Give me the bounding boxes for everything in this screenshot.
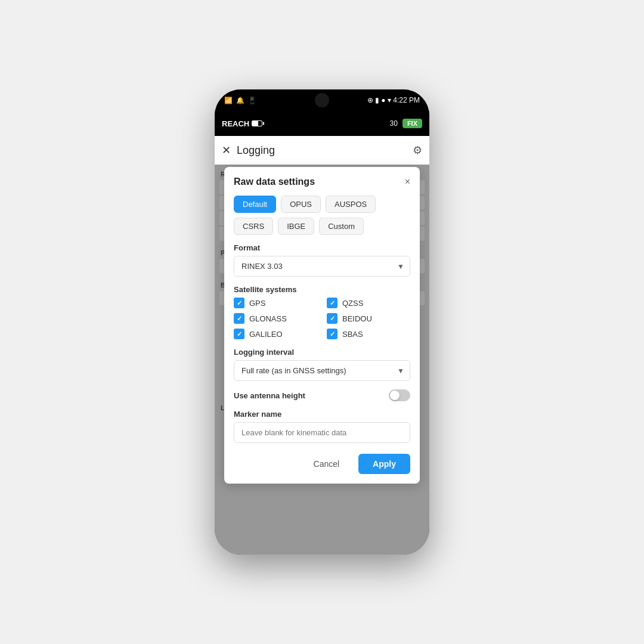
logging-header: ✕ Logging ⚙	[215, 136, 429, 165]
raw-data-settings-modal: Raw data settings × Default OPUS AUSPOS …	[224, 167, 420, 484]
marker-name-input[interactable]	[234, 422, 410, 443]
modal-footer: Cancel Apply	[234, 451, 410, 474]
satellite-systems-section: Satellite systems GPS QZSS GLONASS	[234, 285, 410, 339]
checkbox-qzss[interactable]: QZSS	[327, 298, 410, 308]
format-select-wrapper: RINEX 3.03 RINEX 2.11 UBX RTCM3 ▼	[234, 256, 410, 277]
apply-button[interactable]: Apply	[358, 454, 410, 474]
checkbox-sbas-box[interactable]	[327, 329, 338, 339]
logging-interval-select[interactable]: Full rate (as in GNSS settings) 1 Hz 5 H…	[234, 360, 410, 381]
checkbox-beidou-label: BEIDOU	[342, 314, 372, 323]
logging-close-icon[interactable]: ✕	[222, 144, 231, 157]
preset-default-button[interactable]: Default	[234, 196, 276, 213]
marker-name-section: Marker name	[234, 410, 410, 443]
satellite-icon: 🛰	[376, 118, 385, 129]
preset-opus-button[interactable]: OPUS	[281, 196, 321, 213]
logging-gear-icon[interactable]: ⚙	[413, 144, 422, 157]
checkbox-glonass-box[interactable]	[234, 313, 244, 324]
satellite-systems-label: Satellite systems	[234, 285, 410, 294]
checkbox-gps-box[interactable]	[234, 298, 244, 308]
notif-icon: 📶	[224, 97, 233, 104]
logging-interval-label: Logging interval	[234, 348, 410, 357]
preset-buttons-row: Default OPUS AUSPOS CSRS IBGE Custom	[234, 196, 410, 235]
antenna-height-toggle[interactable]	[389, 389, 410, 401]
status-bar-right: ⊕ ▮ ● ▾ 4:22 PM	[367, 96, 420, 104]
preset-ibge-button[interactable]: IBGE	[278, 218, 314, 235]
marker-name-label: Marker name	[234, 410, 410, 419]
app-bar: REACH 🛰 30 FIX	[215, 111, 429, 136]
phone-shell: 📶 🔔 📱 ⊕ ▮ ● ▾ 4:22 PM REACH 🛰 30 FIX	[215, 89, 429, 555]
status-bar: 📶 🔔 📱 ⊕ ▮ ● ▾ 4:22 PM	[215, 89, 429, 111]
phone-icon: 📱	[248, 97, 256, 104]
checkbox-beidou-box[interactable]	[327, 313, 338, 324]
camera-notch	[315, 93, 329, 107]
checkbox-glonass[interactable]: GLONASS	[234, 313, 317, 324]
app-bar-right: 🛰 30 FIX	[376, 118, 422, 129]
format-section: Format RINEX 3.03 RINEX 2.11 UBX RTCM3 ▼	[234, 243, 410, 277]
logging-interval-select-wrapper: Full rate (as in GNSS settings) 1 Hz 5 H…	[234, 360, 410, 381]
preset-csrs-button[interactable]: CSRS	[234, 218, 273, 235]
reach-label: REACH	[222, 119, 262, 128]
bell-icon: 🔔	[236, 97, 244, 104]
format-label: Format	[234, 243, 410, 252]
checkbox-glonass-label: GLONASS	[249, 314, 287, 323]
battery-icon	[252, 120, 262, 126]
checkbox-sbas-label: SBAS	[342, 330, 363, 339]
preset-auspos-button[interactable]: AUSPOS	[326, 196, 376, 213]
logging-interval-section: Logging interval Full rate (as in GNSS s…	[234, 348, 410, 381]
checkbox-gps-label: GPS	[249, 299, 265, 308]
satellite-count: 30	[390, 119, 398, 128]
modal-header: Raw data settings ×	[234, 177, 410, 187]
checkbox-galileo[interactable]: GALILEO	[234, 329, 317, 339]
checkbox-qzss-label: QZSS	[342, 299, 363, 308]
time-display: 4:22 PM	[393, 96, 420, 104]
cancel-button[interactable]: Cancel	[302, 454, 352, 474]
antenna-height-row: Use antenna height	[234, 389, 410, 401]
satellite-grid: GPS QZSS GLONASS BEIDOU	[234, 298, 410, 339]
antenna-height-label: Use antenna height	[234, 391, 305, 400]
logging-title: Logging	[237, 144, 275, 157]
checkbox-galileo-label: GALILEO	[249, 330, 283, 339]
signal-icons: ⊕ ▮ ● ▾	[367, 96, 394, 104]
fix-badge: FIX	[402, 119, 422, 128]
format-select[interactable]: RINEX 3.03 RINEX 2.11 UBX RTCM3	[234, 256, 410, 277]
checkbox-gps[interactable]: GPS	[234, 298, 317, 308]
checkbox-galileo-box[interactable]	[234, 329, 244, 339]
modal-title: Raw data settings	[234, 177, 315, 187]
status-bar-left: 📶 🔔 📱	[224, 97, 256, 104]
preset-custom-button[interactable]: Custom	[319, 218, 364, 235]
checkbox-beidou[interactable]: BEIDOU	[327, 313, 410, 324]
checkbox-sbas[interactable]: SBAS	[327, 329, 410, 339]
page-content: ✕ Logging ⚙ Raw data settings Ri... Ac..…	[215, 136, 429, 555]
checkbox-qzss-box[interactable]	[327, 298, 338, 308]
modal-close-button[interactable]: ×	[405, 177, 410, 187]
